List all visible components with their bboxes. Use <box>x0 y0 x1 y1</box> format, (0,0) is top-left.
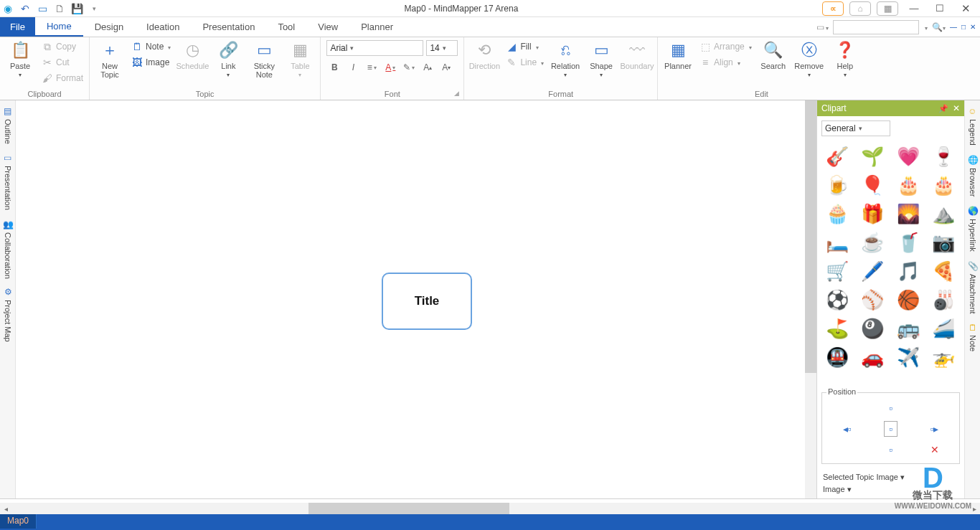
maximize-button[interactable]: ☐ <box>930 1 950 16</box>
qat-window-icon[interactable]: ▭ <box>36 2 49 15</box>
rail-legend[interactable]: ☺Legend <box>968 106 978 146</box>
clipart-beer[interactable]: 🍺 <box>823 172 852 198</box>
clipart-bed[interactable]: 🛏️ <box>823 229 852 255</box>
clipart-mountain[interactable]: ⛰️ <box>929 201 958 227</box>
italic-button[interactable]: I <box>345 60 361 75</box>
font-color-button[interactable]: A <box>382 60 398 75</box>
clipart-category-select[interactable]: General <box>821 120 890 136</box>
ribbon-search[interactable] <box>833 20 919 34</box>
clipart-wine[interactable]: 🍷 <box>929 143 958 169</box>
clipart-gift[interactable]: 🎁 <box>858 201 887 227</box>
vscroll-thumb[interactable] <box>805 100 816 373</box>
clipart-pool[interactable]: 🎱 <box>858 316 887 341</box>
search-dropdown[interactable] <box>923 22 928 32</box>
mini-restore-icon[interactable]: □ <box>961 23 966 31</box>
canvas[interactable]: Title <box>16 100 816 498</box>
clipart-bowling[interactable]: 🎳 <box>929 287 958 313</box>
relation-button[interactable]: ⎌Relation▾ <box>548 39 583 86</box>
selected-topic-image[interactable]: Selected Topic Image ▾ <box>823 471 958 483</box>
app-icon[interactable]: ◉ <box>1 2 14 15</box>
clipart-cake2[interactable]: 🎂 <box>929 172 958 198</box>
clipart-car[interactable]: 🚗 <box>858 344 887 370</box>
boundary-button[interactable]: 〰Boundary <box>620 39 654 86</box>
hscroll-right[interactable]: ▸ <box>969 505 980 513</box>
clipart-cake[interactable]: 🎂 <box>894 172 923 198</box>
mini-minimize-icon[interactable]: — <box>950 23 957 31</box>
grow-font-button[interactable]: A▴ <box>420 60 435 75</box>
clipart-heart[interactable]: 💗 <box>894 143 923 169</box>
root-node[interactable]: Title <box>382 273 472 330</box>
rail-hyperlink[interactable]: 🌎Hyperlink <box>968 205 978 252</box>
share-button[interactable]: ∝ <box>822 1 844 16</box>
close-button[interactable]: ✕ <box>956 1 976 16</box>
doc-tab-map0[interactable]: Map0 <box>0 514 37 529</box>
tab-presentation[interactable]: Presentation <box>191 17 266 37</box>
font-dialog-launcher[interactable]: ◢ <box>454 90 459 97</box>
rail-collaboration[interactable]: 👥Collaboration <box>3 219 13 279</box>
clipart-golf[interactable]: ⛳ <box>823 316 852 341</box>
schedule-button[interactable]: ◷Schedule <box>175 39 209 86</box>
direction-button[interactable]: ⟲Direction <box>467 39 501 86</box>
clipart-helicopter[interactable]: 🚁 <box>929 344 958 370</box>
table-button[interactable]: ▦Table▾ <box>283 39 317 86</box>
pin-icon[interactable]: 📌 <box>938 104 948 113</box>
note-button[interactable]: 🗒Note <box>128 39 174 55</box>
qat-new-icon[interactable]: 🗋 <box>53 2 66 15</box>
help-button[interactable]: ❓Help▾ <box>828 39 862 86</box>
clipart-sunrise[interactable]: 🌄 <box>894 201 923 227</box>
image-menu[interactable]: Image ▾ <box>823 483 958 496</box>
cut-button[interactable]: ✂Cut <box>39 55 86 70</box>
tab-view[interactable]: View <box>306 17 349 37</box>
tab-ideation[interactable]: Ideation <box>135 17 191 37</box>
hscroll-left[interactable]: ◂ <box>0 505 11 513</box>
minimize-button[interactable]: — <box>904 1 924 16</box>
rail-presentation[interactable]: ▭Presentation <box>3 153 13 210</box>
shrink-font-button[interactable]: A▾ <box>438 60 454 75</box>
clipart-plant[interactable]: 🌱 <box>858 143 887 169</box>
pos-bottom[interactable]: ▫ <box>889 444 892 455</box>
panel-close-icon[interactable]: ✕ <box>953 103 960 113</box>
rail-project-map[interactable]: ⚙Project Map <box>3 287 13 342</box>
planner-button[interactable]: ▦Planner <box>661 39 695 86</box>
sticky-note-button[interactable]: ▭Sticky Note <box>247 39 281 86</box>
canvas-hscroll[interactable]: ◂ ▸ <box>0 503 980 514</box>
clipart-basketball[interactable]: 🏀 <box>894 287 923 313</box>
tab-design[interactable]: Design <box>83 17 135 37</box>
copy-button[interactable]: ⧉Copy <box>39 39 86 55</box>
clipart-pen[interactable]: 🖊️ <box>858 258 887 284</box>
align-button[interactable]: ≡ <box>364 60 380 75</box>
line-button[interactable]: ✎Line <box>503 55 547 70</box>
image-button[interactable]: 🖼Image <box>128 55 174 70</box>
pos-center[interactable]: ▫ <box>884 421 897 437</box>
rail-note[interactable]: 🗒Note <box>968 323 978 351</box>
font-name-select[interactable]: Arial <box>326 40 423 56</box>
clipart-pizza[interactable]: 🍕 <box>929 258 958 284</box>
calendar-button[interactable]: ▦ <box>877 1 898 16</box>
file-menu[interactable]: File <box>0 17 35 37</box>
canvas-vscroll[interactable] <box>805 100 816 498</box>
clipart-balloon[interactable]: 🎈 <box>858 172 887 198</box>
qat-save-icon[interactable]: 💾 <box>70 2 83 15</box>
clipart-bus[interactable]: 🚌 <box>894 316 923 341</box>
search-icon[interactable]: 🔍▾ <box>932 22 946 32</box>
arrange-button[interactable]: ⬚Arrange <box>697 39 755 55</box>
rail-browser[interactable]: 🌐Browser <box>968 154 978 197</box>
clipart-plane[interactable]: ✈️ <box>894 344 923 370</box>
mini-close-icon[interactable]: ✕ <box>970 23 976 31</box>
fill-button[interactable]: ◢Fill <box>503 39 547 55</box>
tab-home[interactable]: Home <box>35 17 83 37</box>
clipart-cupcake[interactable]: 🧁 <box>823 201 852 227</box>
rail-outline[interactable]: ▤Outline <box>3 106 13 144</box>
format-painter-button[interactable]: 🖌Format <box>39 70 86 86</box>
pos-top[interactable]: ▫ <box>889 402 892 414</box>
tab-tool[interactable]: Tool <box>266 17 306 37</box>
clipart-cart[interactable]: 🛒 <box>823 258 852 284</box>
collapse-ribbon-icon[interactable]: ▭ <box>816 22 829 32</box>
clipart-coffee[interactable]: ☕ <box>858 229 887 255</box>
clipart-camera[interactable]: 📷 <box>929 229 958 255</box>
pos-delete[interactable]: ✕ <box>930 444 939 455</box>
clipart-train[interactable]: 🚄 <box>929 316 958 341</box>
clipart-soccer[interactable]: ⚽ <box>823 287 852 313</box>
clipart-guitar[interactable]: 🎸 <box>823 143 852 169</box>
hscroll-thumb[interactable] <box>308 503 509 514</box>
